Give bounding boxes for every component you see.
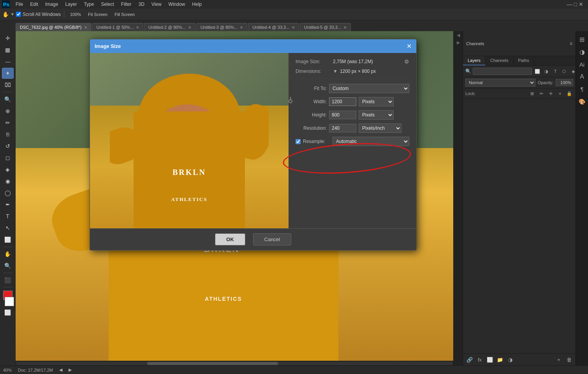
lock-artboards-icon[interactable]: ⌖ — [556, 90, 564, 97]
menu-type[interactable]: Type — [81, 1, 97, 8]
tab-close-icon[interactable]: ✕ — [188, 25, 191, 30]
resample-checkbox[interactable] — [296, 139, 301, 144]
clone-stamp-tool[interactable]: ⎘ — [2, 129, 14, 140]
path-selection-tool[interactable]: ↖ — [2, 222, 14, 233]
settings-gear-icon[interactable]: ⚙ — [404, 58, 409, 65]
fit-screen-btn[interactable]: Fit Screen — [85, 11, 110, 18]
lock-all-icon[interactable]: 🔒 — [565, 90, 573, 97]
resolution-unit-select[interactable]: Pixels/Inch Pixels/cm — [359, 123, 401, 133]
menu-filter[interactable]: Filter — [118, 1, 135, 8]
tab-close-icon[interactable]: ✕ — [136, 25, 139, 30]
scrollbar-thumb[interactable] — [147, 362, 278, 365]
tab-untitled2[interactable]: Untitled-2 @ 80%... ✕ — [144, 23, 195, 31]
lock-move-icon[interactable]: ✛ — [547, 90, 555, 97]
horizontal-scrollbar[interactable] — [16, 361, 453, 365]
status-arrow-left[interactable]: ◀ — [59, 367, 62, 372]
tab-untitled3[interactable]: Untitled-3 @ 80%... ✕ — [196, 23, 248, 31]
new-layer-btn[interactable]: + — [555, 355, 563, 364]
tab-dsc7632[interactable]: DSC_7632.jpg @ 40% (RGB/8*) ✕ — [16, 23, 92, 31]
width-unit-select[interactable]: Pixels Inches cm — [359, 97, 394, 106]
libraries-icon[interactable]: Ai — [577, 59, 587, 69]
resolution-input[interactable]: 240 — [329, 124, 356, 132]
resample-method-select[interactable]: Automatic Preserve Details Bicubic Bilin… — [333, 137, 409, 146]
brush-tool[interactable]: ✏ — [2, 117, 14, 128]
color-icon[interactable]: 🎨 — [577, 97, 587, 107]
menu-help[interactable]: Help — [189, 1, 205, 8]
cancel-button[interactable]: Cancel — [253, 233, 291, 245]
tab-untitled1[interactable]: Untitled-1 @ 50%... ✕ — [92, 23, 144, 31]
tab-channels[interactable]: Channels — [486, 56, 513, 65]
tab-close-icon[interactable]: ✕ — [84, 25, 87, 30]
eraser-tool[interactable]: ◻ — [2, 152, 14, 163]
maximize-btn[interactable]: □ — [574, 1, 577, 7]
filter-adjustment-icon[interactable]: ◑ — [542, 67, 550, 75]
properties-icon[interactable]: ⊞ — [577, 34, 587, 44]
panel-dock-btn[interactable]: ≡ — [570, 41, 572, 46]
lock-transparent-icon[interactable]: ⊞ — [528, 90, 536, 97]
screen-mode-btn[interactable]: ⬜ — [2, 307, 14, 318]
zoom-level-btn[interactable]: 100% — [67, 11, 84, 18]
link-layers-btn[interactable]: 🔗 — [465, 355, 474, 364]
scroll-all-windows-checkbox[interactable] — [16, 12, 21, 17]
opacity-input[interactable]: 100% — [556, 79, 573, 86]
tab-untitled5[interactable]: Untitled-5 @ 33,3... ✕ — [300, 23, 351, 31]
dimensions-expand-icon[interactable]: ▼ — [333, 69, 338, 74]
add-style-btn[interactable]: fx — [475, 355, 484, 364]
tab-close-icon[interactable]: ✕ — [343, 25, 347, 30]
move-tool[interactable]: ✛ — [2, 33, 14, 44]
fit-to-select[interactable]: Custom Print Size Screen — [329, 84, 409, 93]
quick-mask-tool[interactable]: ⬛ — [2, 275, 14, 286]
delete-layer-btn[interactable]: 🗑 — [565, 355, 573, 364]
menu-window[interactable]: Window — [165, 1, 188, 8]
height-input[interactable]: 800 — [329, 111, 356, 119]
layer-search-input[interactable] — [473, 68, 532, 75]
character-icon[interactable]: A — [577, 72, 587, 82]
healing-brush-tool[interactable]: ⊕ — [2, 106, 14, 116]
new-adjustment-btn[interactable]: ◑ — [506, 355, 514, 364]
shape-tool[interactable]: ⬜ — [2, 234, 14, 245]
filter-shape-icon[interactable]: ⬡ — [560, 67, 568, 75]
history-brush-tool[interactable]: ↺ — [2, 141, 14, 152]
hand-tool[interactable]: ✋ — [2, 249, 14, 259]
tab-close-icon[interactable]: ✕ — [292, 25, 295, 30]
menu-file[interactable]: File — [12, 1, 26, 8]
crop-tool[interactable]: ⌧ — [2, 79, 14, 90]
magic-wand-tool[interactable]: ✦ — [2, 68, 14, 79]
text-tool[interactable]: T — [2, 211, 14, 222]
close-btn[interactable]: ✕ — [579, 1, 583, 7]
add-mask-btn[interactable]: ⬜ — [486, 355, 494, 364]
ok-button[interactable]: OK — [215, 233, 245, 245]
tab-layers[interactable]: Layers — [463, 56, 486, 65]
menu-image[interactable]: Image — [42, 1, 61, 8]
height-unit-select[interactable]: Pixels Inches cm — [359, 110, 394, 120]
channels-panel-icon[interactable]: Channels — [466, 41, 484, 46]
selection-tool[interactable]: ▦ — [2, 44, 14, 55]
dodge-tool[interactable]: ◯ — [2, 187, 14, 198]
tab-paths[interactable]: Paths — [514, 56, 534, 65]
filter-text-icon[interactable]: T — [551, 67, 559, 75]
lock-paint-icon[interactable]: ✏ — [537, 90, 545, 97]
menu-3d[interactable]: 3D — [135, 1, 147, 8]
blur-tool[interactable]: ◉ — [2, 176, 14, 187]
tab-close-icon[interactable]: ✕ — [240, 25, 243, 30]
lasso-tool[interactable]: ⸻ — [2, 56, 14, 67]
menu-edit[interactable]: Edit — [27, 1, 41, 8]
menu-layer[interactable]: Layer — [62, 1, 80, 8]
menu-select[interactable]: Select — [98, 1, 117, 8]
gradient-tool[interactable]: ◈ — [2, 164, 14, 175]
status-arrow-right[interactable]: ▶ — [69, 367, 72, 372]
dialog-close-btn[interactable]: ✕ — [407, 42, 412, 50]
expand-right-btn[interactable]: ▶ — [457, 40, 460, 45]
width-input[interactable]: 1200 — [329, 97, 356, 106]
adjust-icon[interactable]: ◑ — [577, 47, 587, 57]
filter-pixel-icon[interactable]: ⬜ — [533, 67, 541, 75]
collapse-right-btn[interactable]: ◀ — [457, 33, 460, 38]
zoom-tool[interactable]: 🔍 — [2, 260, 14, 271]
pen-tool[interactable]: ✒ — [2, 199, 14, 210]
fill-screen-btn[interactable]: Fill Screen — [112, 11, 137, 18]
tab-untitled4[interactable]: Untitled-4 @ 33,3... ✕ — [248, 23, 299, 31]
minimize-btn[interactable]: — — [567, 1, 572, 7]
eyedropper-tool[interactable]: 🔍 — [2, 94, 14, 105]
background-color[interactable] — [5, 297, 14, 306]
paragraph-icon[interactable]: ¶ — [577, 84, 587, 94]
